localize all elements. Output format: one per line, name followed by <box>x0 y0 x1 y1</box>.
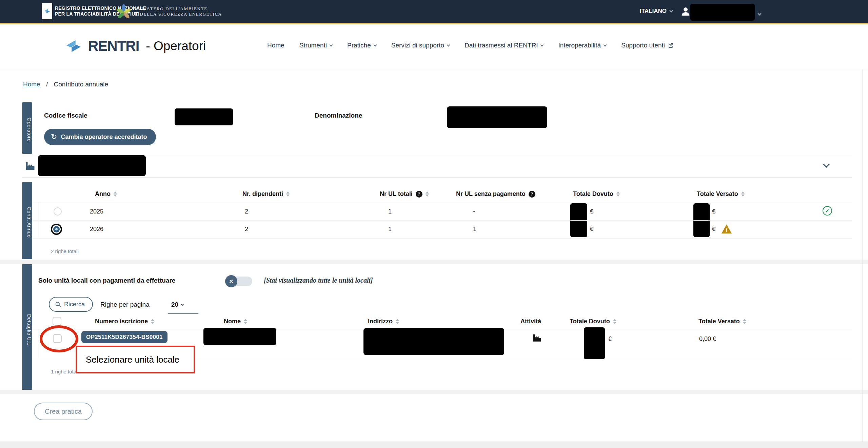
column-header-dipendenti: Nr. dipendenti <box>242 190 290 198</box>
status-ok-icon: ✓ <box>823 206 832 216</box>
nav-interoperabilita[interactable]: Interoperabilità <box>558 42 606 49</box>
brand-suffix: - Operatori <box>146 39 206 53</box>
cell-totale-versato: 0,00 € <box>699 335 716 343</box>
anno-2025-radio[interactable] <box>54 207 62 216</box>
section-gap <box>0 260 868 264</box>
redacted-codice-fiscale <box>175 108 233 125</box>
cell-dovuto-valuta: € <box>590 208 593 215</box>
main-nav: Home Strumenti Pratiche Servizi di suppo… <box>267 42 674 49</box>
status-warning-icon: ! <box>722 224 732 233</box>
redacted-username[interactable] <box>690 4 755 21</box>
righe-per-pagina-label: Righe per pagina <box>100 301 150 308</box>
help-icon[interactable]: ? <box>416 191 422 198</box>
cambia-operatore-button[interactable]: ↻ Cambia operatore accreditato <box>44 129 156 145</box>
cell-anno: 2025 <box>90 208 103 215</box>
factory-icon <box>25 161 35 172</box>
bottom-strip <box>0 442 868 448</box>
column-header-totale-dovuto: Totale Dovuto <box>570 318 616 325</box>
ministry-wordmark: MINISTERO DELL'AMBIENTE E DELLA SICUREZZ… <box>135 6 222 17</box>
nav-dati-trasmessi[interactable]: Dati trasmessi al RENTRI <box>465 42 543 49</box>
righe-totali-dettaglio: 1 righe totali <box>51 369 79 374</box>
breadcrumb-home-link[interactable]: Home <box>23 81 40 88</box>
brand: RENTRI - Operatori <box>64 38 206 55</box>
language-label: ITALIANO <box>640 8 667 15</box>
divider <box>22 156 852 156</box>
solo-pagamenti-toggle[interactable]: ✕ <box>226 277 252 286</box>
nav-home[interactable]: Home <box>267 42 284 49</box>
user-menu-chevron-icon[interactable] <box>758 10 761 16</box>
filter-toggle-label: Solo unità locali con pagamenti da effet… <box>38 277 175 284</box>
annotation-text: Selezionare unità locale <box>86 354 179 365</box>
righe-per-pagina-select[interactable]: 20 <box>171 301 183 308</box>
redacted-nome <box>203 328 276 345</box>
nav-servizi-di-supporto[interactable]: Servizi di supporto <box>391 42 450 49</box>
page-title: Contributo annuale <box>54 81 108 88</box>
sort-icon[interactable] <box>426 191 429 197</box>
sort-icon[interactable] <box>114 191 117 197</box>
chevron-down-icon <box>181 302 184 306</box>
annotation-callout: Selezionare unità locale <box>76 346 195 373</box>
external-link-icon <box>668 43 674 48</box>
rentri-logo-small <box>42 3 52 19</box>
top-navbar: REGISTRO ELETTRONICO NAZIONALE PER LA TR… <box>0 0 868 24</box>
redacted-totale-dovuto <box>584 327 605 359</box>
language-selector[interactable]: ITALIANO <box>640 8 673 15</box>
tab-contributo-annuo: Contr. Annuo <box>22 182 32 259</box>
scrollbar-gutter[interactable] <box>862 69 863 442</box>
sort-icon[interactable] <box>396 319 399 324</box>
search-icon <box>55 301 61 308</box>
numero-iscrizione-badge[interactable]: OP2511K5D267354-BS0001 <box>81 331 167 343</box>
cell-dovuto-valuta: € <box>608 335 612 343</box>
divider <box>32 203 852 203</box>
column-header-numero-iscrizione: Numero iscrizione <box>95 318 154 325</box>
select-all-checkbox[interactable] <box>53 317 61 326</box>
sort-icon[interactable] <box>286 191 290 197</box>
brand-name: RENTRI <box>88 38 139 54</box>
annotation-red-circle <box>40 325 78 352</box>
redacted-indirizzo <box>363 328 504 355</box>
nav-supporto-utenti[interactable]: Supporto utenti <box>621 42 674 49</box>
sort-icon[interactable] <box>741 191 745 197</box>
cell-anno: 2026 <box>90 226 103 233</box>
divider <box>32 238 852 239</box>
chevron-down-icon <box>669 8 673 12</box>
cell-dipendenti: 2 <box>245 208 248 215</box>
breadcrumb-separator: / <box>46 81 48 88</box>
sort-icon[interactable] <box>743 319 746 324</box>
ricerca-button[interactable]: Ricerca <box>49 297 93 312</box>
help-icon[interactable]: ? <box>529 191 535 198</box>
page: REGISTRO ELETTRONICO NAZIONALE PER LA TR… <box>0 0 868 448</box>
sort-icon[interactable] <box>616 191 620 197</box>
factory-icon <box>532 333 542 344</box>
expand-section-chevron[interactable] <box>824 162 829 168</box>
column-header-attivita: Attività <box>520 318 541 325</box>
sort-icon[interactable] <box>613 319 616 324</box>
cell-ul-totali: 1 <box>388 226 392 233</box>
column-header-totale-versato: Totale Versato <box>697 190 745 198</box>
user-icon <box>680 6 691 18</box>
rentri-arrows-icon <box>43 5 51 17</box>
sort-icon[interactable] <box>244 319 247 324</box>
rentri-arrows-icon <box>64 38 83 55</box>
tab-operatore: Operatore <box>22 102 32 154</box>
redacted-site-name <box>38 155 146 176</box>
column-header-nome: Nome <box>224 318 247 325</box>
divider <box>22 177 852 178</box>
registry-wordmark: REGISTRO ELETTRONICO NAZIONALE PER LA TR… <box>55 5 146 17</box>
crea-pratica-button[interactable]: Crea pratica <box>34 403 93 420</box>
column-header-anno: Anno <box>95 190 117 198</box>
nav-strumenti[interactable]: Strumenti <box>299 42 332 49</box>
tab-dettaglio-ul: Dettaglio U.L. <box>22 264 32 394</box>
column-header-indirizzo: Indirizzo <box>368 318 399 325</box>
chevron-down-icon <box>330 43 333 46</box>
sort-icon[interactable] <box>151 319 154 324</box>
section-gap <box>0 390 868 394</box>
chevron-down-icon <box>373 43 377 46</box>
cell-dovuto-valuta: € <box>590 226 593 233</box>
select-underline <box>168 313 198 314</box>
app-header: RENTRI - Operatori Home Strumenti Pratic… <box>0 26 868 69</box>
anno-2026-radio-selected[interactable] <box>51 224 62 235</box>
nav-pratiche[interactable]: Pratiche <box>347 42 376 49</box>
table-left-border <box>38 329 38 358</box>
cell-ul-totali: 1 <box>388 208 392 215</box>
